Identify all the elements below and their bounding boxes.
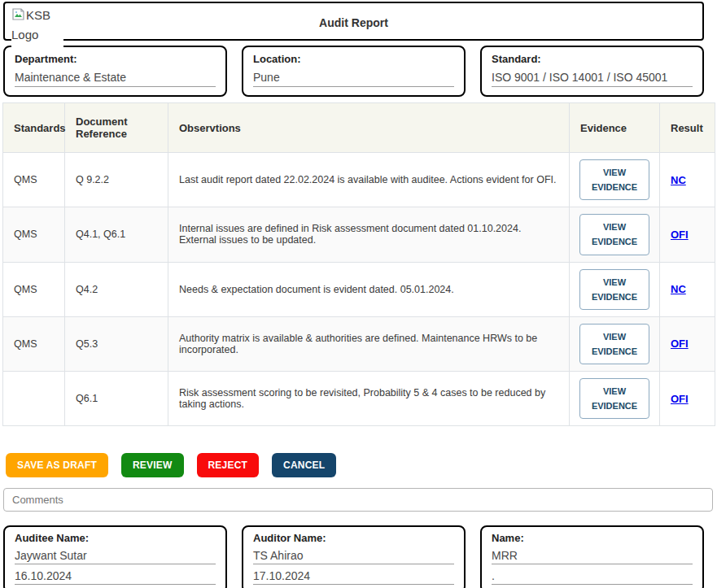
- info-field-box: Location: Pune: [242, 46, 466, 97]
- cell-document-reference: Q4.2: [65, 262, 168, 316]
- cell-observation: Internal issues are defined in Risk asse…: [168, 207, 570, 262]
- view-evidence-button[interactable]: VIEW EVIDENCE: [579, 214, 649, 255]
- cell-standard: QMS: [3, 262, 65, 316]
- action-button[interactable]: CANCEL: [272, 453, 336, 477]
- cell-result: NC: [660, 262, 715, 316]
- signature-box: Auditee Name: Jaywant Sutar 16.10.2024: [3, 525, 227, 588]
- cell-standard: QMS: [3, 207, 65, 262]
- cell-evidence: VIEW EVIDENCE: [570, 207, 660, 262]
- audit-observations-table: Standards Document Reference Observtions…: [2, 102, 715, 426]
- signature-name-input[interactable]: MRR: [492, 549, 693, 564]
- cell-result: OFI: [660, 372, 715, 426]
- view-evidence-button[interactable]: VIEW EVIDENCE: [579, 269, 649, 310]
- header-result: Result: [660, 103, 715, 153]
- cell-result: OFI: [660, 207, 715, 262]
- signature-label: Name:: [492, 532, 693, 544]
- view-evidence-button[interactable]: VIEW EVIDENCE: [579, 324, 649, 364]
- table-row: QMS Q5.3 Authority matrix is available &…: [3, 316, 715, 371]
- cell-document-reference: Q6.1: [65, 372, 168, 426]
- view-evidence-button[interactable]: VIEW EVIDENCE: [579, 159, 649, 200]
- cell-result: OFI: [660, 316, 715, 371]
- result-link[interactable]: OFI: [671, 229, 689, 241]
- page-title: Audit Report: [5, 16, 702, 29]
- cell-observation: Risk assessment scoring to be revisited,…: [168, 372, 570, 426]
- header-standards: Standards: [3, 103, 65, 153]
- result-link[interactable]: NC: [671, 283, 686, 295]
- info-field-label: Standard:: [492, 53, 693, 65]
- action-button[interactable]: SAVE AS DRAFT: [6, 453, 108, 477]
- signature-box: Auditor Name: TS Ahirao 17.10.2024: [242, 525, 466, 588]
- report-header: KSB Logo Audit Report: [3, 2, 704, 41]
- info-field-box: Standard: ISO 9001 / ISO 14001 / ISO 450…: [480, 46, 704, 97]
- table-row: Q6.1 Risk assessment scoring to be revis…: [3, 372, 715, 426]
- table-row: QMS Q4.2 Needs & expectation document is…: [3, 262, 715, 316]
- cell-observation: Authority matrix is available & authorit…: [168, 316, 570, 371]
- info-field-input[interactable]: ISO 9001 / ISO 14001 / ISO 45001: [492, 71, 693, 87]
- header-evidence: Evidence: [570, 103, 660, 153]
- action-button[interactable]: REJECT: [197, 453, 260, 477]
- comments-input[interactable]: [3, 488, 713, 512]
- result-link[interactable]: OFI: [671, 338, 689, 350]
- table-row: QMS Q 9.2.2 Last audit report dated 22.0…: [3, 153, 715, 207]
- signature-name-input[interactable]: TS Ahirao: [253, 549, 454, 564]
- signature-label: Auditee Name:: [15, 532, 216, 544]
- cell-document-reference: Q4.1, Q6.1: [65, 207, 168, 262]
- info-field-input[interactable]: Pune: [253, 71, 454, 87]
- cell-standard: QMS: [3, 316, 65, 371]
- cell-evidence: VIEW EVIDENCE: [570, 316, 660, 371]
- ksb-logo-broken-image: KSB Logo: [11, 7, 63, 54]
- info-field-label: Location:: [253, 53, 454, 65]
- cell-evidence: VIEW EVIDENCE: [570, 262, 660, 316]
- view-evidence-button[interactable]: VIEW EVIDENCE: [579, 378, 649, 419]
- broken-image-icon: [11, 7, 25, 26]
- signature-row: Auditee Name: Jaywant Sutar 16.10.2024 A…: [3, 525, 704, 588]
- signature-label: Auditor Name:: [253, 532, 454, 544]
- cell-document-reference: Q 9.2.2: [65, 153, 168, 207]
- info-field-label: Department:: [15, 53, 216, 65]
- cell-observation: Last audit report dated 22.02.2024 is av…: [168, 153, 570, 207]
- cell-evidence: VIEW EVIDENCE: [570, 372, 660, 426]
- cell-standard: [3, 372, 65, 426]
- signature-date-input[interactable]: 17.10.2024: [253, 569, 454, 585]
- cell-result: NC: [660, 153, 715, 207]
- info-fields-row: Department: Maintenance & Estate Locatio…: [3, 46, 704, 97]
- cell-document-reference: Q5.3: [65, 316, 168, 371]
- signature-date-input[interactable]: 16.10.2024: [15, 569, 216, 585]
- cell-observation: Needs & expectation document is evident …: [168, 262, 570, 316]
- table-header-row: Standards Document Reference Observtions…: [3, 103, 715, 153]
- table-row: QMS Q4.1, Q6.1 Internal issues are defin…: [3, 207, 715, 262]
- cell-evidence: VIEW EVIDENCE: [570, 153, 660, 207]
- result-link[interactable]: OFI: [671, 393, 689, 405]
- cell-standard: QMS: [3, 153, 65, 207]
- signature-box: Name: MRR .: [480, 525, 704, 588]
- signature-date-input[interactable]: .: [492, 569, 693, 585]
- info-field-input[interactable]: Maintenance & Estate: [15, 71, 216, 87]
- result-link[interactable]: NC: [671, 174, 686, 186]
- header-observations: Observtions: [168, 103, 570, 153]
- action-button[interactable]: REVIEW: [121, 453, 184, 477]
- header-document-reference: Document Reference: [65, 103, 168, 153]
- actions-row: SAVE AS DRAFT REVIEW REJECT CANCEL: [6, 453, 717, 477]
- signature-name-input[interactable]: Jaywant Sutar: [15, 549, 216, 564]
